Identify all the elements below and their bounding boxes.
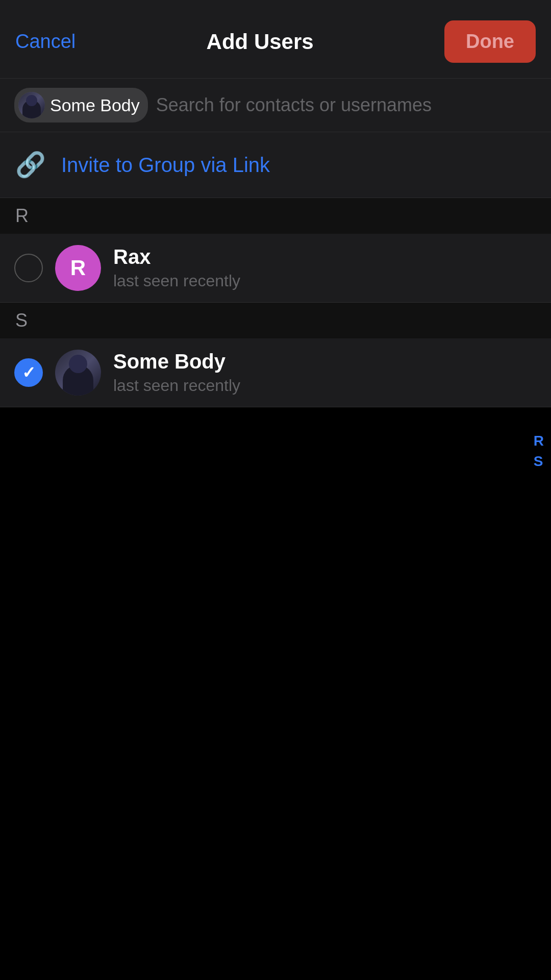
search-bar[interactable]: Some Body Search for contacts or usernam… [0,79,551,132]
search-placeholder-text: Search for contacts or usernames [156,94,537,116]
side-index-r[interactable]: R [534,434,544,448]
contact-status-somebody: last seen recently [113,376,537,395]
section-header-s: S [0,303,551,338]
contact-row-rax[interactable]: R Rax last seen recently [0,234,551,303]
contact-name-somebody: Some Body [113,350,537,373]
avatar-letter-rax: R [70,256,86,280]
invite-link-row[interactable]: 🔗 Invite to Group via Link [0,132,551,198]
checkmark-icon: ✓ [22,363,36,382]
checkbox-rax[interactable] [14,254,43,282]
cancel-button[interactable]: Cancel [15,31,76,53]
selected-user-tag[interactable]: Some Body [14,88,148,122]
checkbox-somebody[interactable]: ✓ [14,358,43,387]
side-index: R S [534,434,544,469]
contact-status-rax: last seen recently [113,272,537,290]
done-button[interactable]: Done [444,20,536,63]
avatar-rax: R [55,245,101,291]
invite-link-label: Invite to Group via Link [61,154,270,177]
contact-name-rax: Rax [113,246,537,268]
empty-space [0,407,551,867]
section-header-r: R [0,198,551,234]
header: Cancel Add Users Done [0,0,551,79]
page-title: Add Users [207,30,314,54]
contact-info-rax: Rax last seen recently [113,246,537,290]
avatar-somebody [55,350,101,396]
contact-info-somebody: Some Body last seen recently [113,350,537,395]
tag-avatar [18,92,45,118]
side-index-s[interactable]: S [534,454,544,469]
link-icon: 🔗 [15,150,46,180]
tag-username: Some Body [50,95,140,115]
contact-row-somebody[interactable]: ✓ Some Body last seen recently [0,338,551,407]
